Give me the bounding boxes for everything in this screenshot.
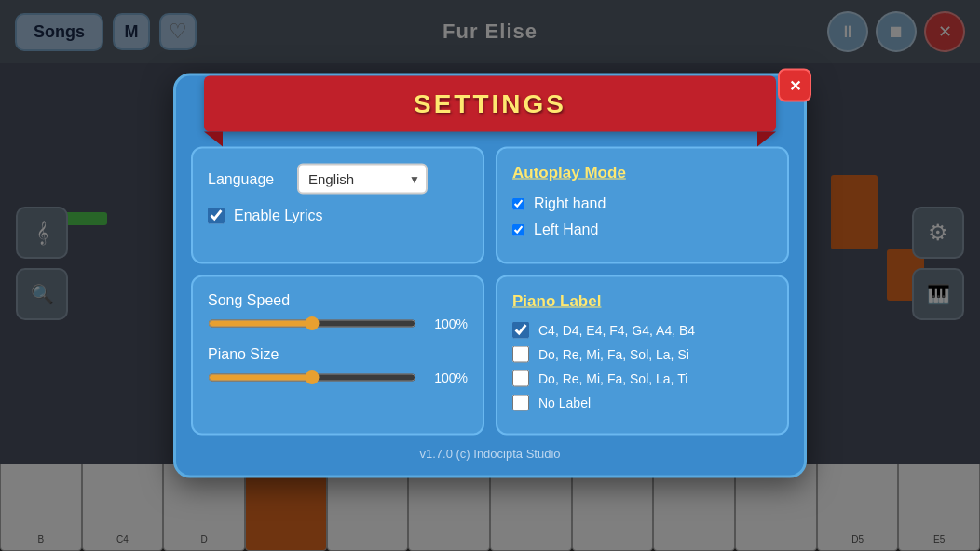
piano-label-option-1: Do, Re, Mi, Fa, Sol, La, Si — [512, 346, 772, 363]
language-label: Language — [208, 170, 282, 187]
piano-label-option-0: C4, D4, E4, F4, G4, A4, B4 — [512, 322, 772, 339]
autoplay-panel: Autoplay Mode Right hand Left Hand — [496, 147, 789, 264]
language-select-wrapper: English Spanish French German Chinese ▼ — [297, 164, 428, 195]
enable-lyrics-label[interactable]: Enable Lyrics — [234, 208, 322, 224]
piano-size-label: Piano Size — [208, 346, 468, 363]
settings-close-button[interactable]: ✕ — [778, 69, 811, 102]
right-hand-checkbox[interactable] — [512, 197, 524, 209]
piano-size-section: Piano Size 100% — [208, 346, 468, 385]
settings-title-ribbon: SETTINGS — [204, 76, 776, 132]
piano-label-checkbox-3[interactable] — [512, 395, 529, 411]
settings-dialog: SETTINGS ✕ Language English Spanish Fren… — [173, 74, 807, 478]
autoplay-title: Autoplay Mode — [512, 164, 772, 182]
piano-label-option-3: No Label — [512, 395, 772, 411]
settings-banner: SETTINGS ✕ — [176, 76, 804, 132]
enable-lyrics-row: Enable Lyrics — [208, 208, 468, 224]
piano-label-checkbox-2[interactable] — [512, 370, 529, 387]
left-hand-checkbox[interactable] — [512, 223, 524, 235]
close-icon: ✕ — [789, 76, 801, 94]
enable-lyrics-checkbox[interactable] — [208, 208, 225, 224]
piano-label-panel: Piano Label C4, D4, E4, F4, G4, A4, B4 D… — [496, 276, 789, 436]
piano-label-text-0[interactable]: C4, D4, E4, F4, G4, A4, B4 — [538, 323, 695, 338]
piano-label-text-2[interactable]: Do, Re, Mi, Fa, Sol, La, Ti — [538, 371, 687, 386]
song-speed-section: Song Speed 100% — [208, 292, 468, 331]
version-text: v1.7.0 (c) Indocipta Studio — [419, 447, 560, 461]
piano-size-row: 100% — [208, 370, 468, 385]
piano-label-text-3[interactable]: No Label — [538, 396, 591, 410]
piano-label-title: Piano Label — [512, 292, 772, 311]
piano-label-option-2: Do, Re, Mi, Fa, Sol, La, Ti — [512, 370, 772, 387]
language-panel: Language English Spanish French German C… — [191, 147, 484, 264]
language-row: Language English Spanish French German C… — [208, 164, 468, 195]
left-hand-label[interactable]: Left Hand — [534, 222, 598, 238]
left-hand-option: Left Hand — [512, 222, 772, 238]
piano-label-checkbox-1[interactable] — [512, 346, 529, 363]
right-hand-label[interactable]: Right hand — [534, 195, 606, 212]
settings-title: SETTINGS — [414, 89, 566, 118]
piano-label-text-1[interactable]: Do, Re, Mi, Fa, Sol, La, Si — [538, 347, 689, 362]
speed-size-panel: Song Speed 100% Piano Size 100% — [191, 276, 484, 436]
song-speed-label: Song Speed — [208, 292, 468, 309]
piano-size-value: 100% — [426, 370, 468, 385]
piano-size-slider[interactable] — [208, 370, 416, 385]
song-speed-row: 100% — [208, 316, 468, 331]
settings-footer: v1.7.0 (c) Indocipta Studio — [176, 447, 804, 461]
song-speed-slider[interactable] — [208, 316, 416, 331]
piano-label-checkbox-0[interactable] — [512, 322, 529, 339]
right-hand-option: Right hand — [512, 195, 772, 212]
song-speed-value: 100% — [426, 316, 468, 331]
settings-panels: Language English Spanish French German C… — [176, 147, 804, 436]
language-select[interactable]: English Spanish French German Chinese — [297, 164, 428, 195]
